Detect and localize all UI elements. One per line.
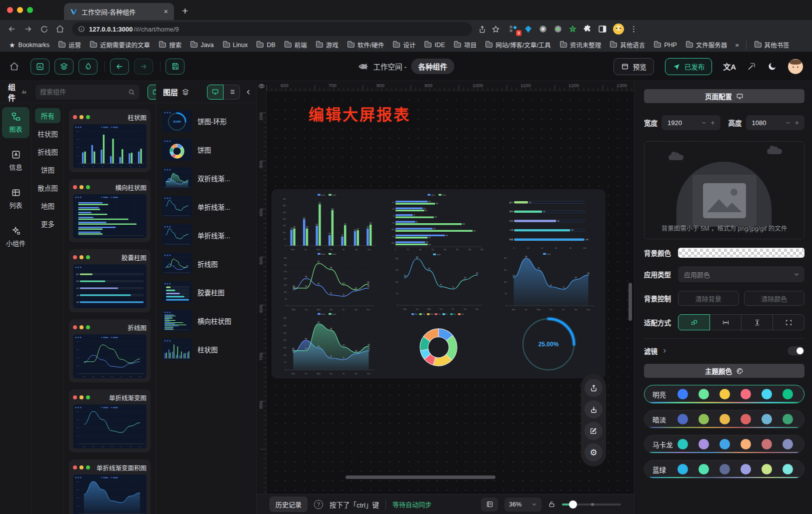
import-icon[interactable] [584,400,602,418]
home-icon[interactable] [53,22,67,36]
charts-panel-toggle-button[interactable] [30,59,50,75]
component-card[interactable]: 折线图 350263175880MonTueWedThuFriSatSun [69,319,150,382]
bookmarks-overflow-icon[interactable]: » [733,41,740,49]
language-toggle-icon[interactable]: 文A [723,61,736,72]
bookmark-folder[interactable]: Java [188,42,216,49]
category-item[interactable]: 饼图 [35,162,60,177]
save-button[interactable] [166,59,184,75]
canvas-chart-double-area[interactable]: 350300250200150100500MonTueWedThuFriSatS… [279,311,378,375]
canvas-chart-capsule[interactable]: 厦门20南阳40北京60上海80新疆100020406080100 [506,194,592,250]
bookmark-folder[interactable]: 设计 [390,40,418,50]
reload-icon[interactable] [37,22,51,36]
tampermonkey-extension-icon[interactable]: 9 [509,25,518,34]
canvas-title-text[interactable]: 编辑大屏报表 [308,102,410,125]
bookmark-folder[interactable]: IDE [422,42,448,49]
maximize-window-button[interactable] [27,7,33,13]
bookmark-folder[interactable]: 运营 [56,40,84,50]
window-controls[interactable] [0,0,40,20]
export-icon[interactable] [584,379,602,397]
rail-item-info[interactable]: 信息 [2,145,30,176]
edit-icon[interactable] [584,422,602,440]
category-item[interactable]: 地图 [35,198,60,213]
layers-panel-toggle-button[interactable] [54,59,74,75]
page-config-header[interactable]: 页面配置 [644,89,804,103]
theme-color-header[interactable]: 主题颜色 [644,364,804,378]
increment-icon[interactable]: + [794,119,800,127]
browser-profile-avatar[interactable] [613,24,624,35]
category-item[interactable]: 折线图 [35,144,60,159]
component-card[interactable]: 胶囊柱图 厦门南阳北京上海新疆 [69,249,150,312]
new-tab-button[interactable]: + [182,5,188,17]
theme-row[interactable]: 暗淡 [644,410,804,428]
help-icon[interactable]: ? [314,500,323,509]
category-item[interactable]: 散点图 [35,180,60,195]
component-card[interactable]: 柱状图 350263175880MonTueWedThuFriSatSun [69,109,150,172]
bookmark-star-icon[interactable] [492,25,500,34]
eye-icon[interactable] [258,83,265,90]
preview-button[interactable]: 预览 [614,58,654,75]
tab-close-icon[interactable]: × [164,8,168,16]
rail-item-list[interactable]: 列表 [2,183,30,214]
component-card[interactable]: 横向柱状图 [69,179,150,242]
component-card[interactable]: 单折线渐变图 200150100500MonTueWedThuFriSatSun [69,389,150,452]
slider-knob[interactable] [569,500,577,508]
settings-gear-icon[interactable]: ⚙ [584,443,602,461]
design-canvas[interactable]: 6007008009001000110012001300 20030040050… [256,81,634,514]
unlock-icon[interactable] [548,500,556,508]
home-button[interactable] [9,61,20,72]
ruler-corner[interactable] [256,81,266,91]
bookmark-folder[interactable]: 前端 [282,40,310,50]
redo-button[interactable] [134,59,153,75]
increment-icon[interactable]: + [709,119,716,127]
notes-panel-button[interactable] [481,497,498,511]
canvas-chart-line-double[interactable]: 350300250200150100500MonTueWedThuFriSatS… [280,251,378,311]
layer-item[interactable]: 单折线渐... [161,223,251,247]
filter-toggle[interactable] [788,346,804,355]
bookmark-folder[interactable]: 软件/硬件 [344,40,387,50]
rail-item-charts[interactable]: 图表 [2,107,30,138]
category-item[interactable]: 柱状图 [35,126,60,141]
decrement-icon[interactable]: − [784,119,792,127]
fit-width-button[interactable] [710,314,742,330]
canvas-chart-bar-horizontal[interactable]: 050100150200250300350Mon120130Tue200130W… [388,192,488,251]
layer-item[interactable]: 柱状图 [161,337,251,361]
gem-extension-icon[interactable] [524,25,532,34]
bookmark-folder[interactable]: PHP [651,42,680,49]
minimize-window-button[interactable] [17,7,23,13]
layer-item[interactable]: 折线图 [161,252,251,276]
fit-stretch-button[interactable] [773,314,804,330]
bookmark-folder[interactable]: 资讯未整理 [557,40,604,50]
height-value[interactable]: 1080 [752,119,782,127]
clear-color-button[interactable]: 清除颜色 [744,291,805,306]
fit-scale-button[interactable] [678,314,710,330]
theme-row[interactable]: 明亮 [644,385,804,403]
collapse-panel-icon[interactable] [245,89,252,96]
zoom-select[interactable]: 36% [504,497,542,511]
rail-item-widgets[interactable]: 小组件 [2,221,30,252]
component-card[interactable]: 单折线渐变面积图 200150100500MonTueWedThuFriSatS… [69,459,150,514]
address-bar[interactable]: 127.0.0.1:3000 /#/chart/home/9 [72,22,472,36]
browser-menu-icon[interactable]: ⋮ [630,25,638,34]
bookmark-folder[interactable]: 搜索 [156,40,184,50]
vertical-scrollbar[interactable] [628,283,632,321]
bookmark-folder[interactable]: DB [254,42,278,49]
layer-item[interactable]: 25.00% 饼图-环形 [161,109,251,133]
dark-mode-moon-icon[interactable] [768,62,777,71]
height-stepper[interactable]: 1080−+ [746,115,805,130]
other-bookmarks[interactable]: 其他书签 [752,40,792,50]
sidebar-panel-icon[interactable] [598,25,607,34]
layer-item[interactable]: 双折线渐... [161,166,251,190]
decrement-icon[interactable]: − [700,119,707,127]
extensions-puzzle-icon[interactable] [583,25,592,34]
bookmarks-root[interactable]: ★Bookmarks [6,41,52,49]
project-name-pill[interactable]: 各种组件 [411,59,454,74]
canvas-chart-progress-ring[interactable]: 25.00% [516,313,580,373]
close-window-button[interactable] [7,7,13,13]
bookmark-folder[interactable]: 文件服务器 [683,40,730,50]
width-stepper[interactable]: 1920−+ [662,115,720,130]
category-item[interactable]: 更多 [35,216,60,231]
width-value[interactable]: 1920 [668,119,698,127]
search-icon[interactable] [128,89,135,96]
bookmark-folder[interactable]: 近期需要读的文章 [87,40,153,50]
user-avatar[interactable] [788,59,803,74]
